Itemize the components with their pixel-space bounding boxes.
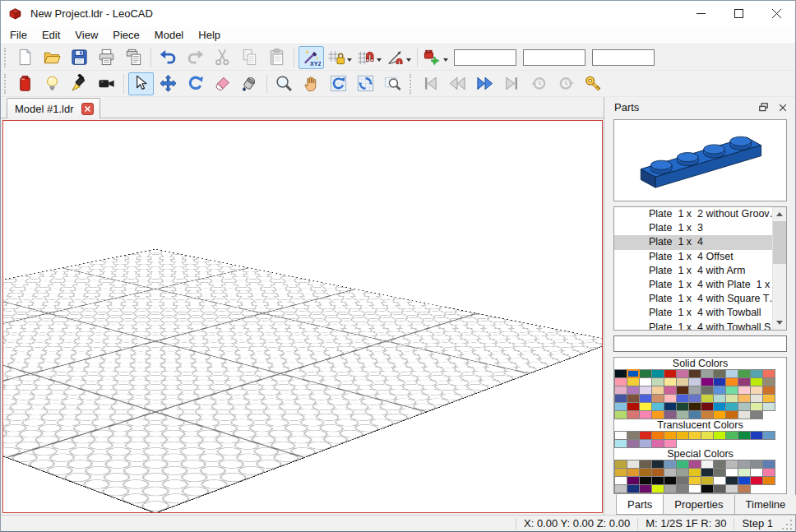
color-swatch[interactable] bbox=[750, 431, 763, 440]
zoom-button[interactable] bbox=[271, 72, 297, 95]
parts-list-item[interactable]: Plate 1 x 3 bbox=[614, 221, 786, 235]
rotate-button[interactable] bbox=[183, 72, 208, 95]
parts-search-input[interactable] bbox=[613, 335, 787, 352]
color-swatch[interactable] bbox=[713, 410, 726, 419]
show-later-button[interactable] bbox=[553, 72, 579, 95]
color-swatch[interactable] bbox=[651, 410, 664, 419]
color-swatch[interactable] bbox=[676, 484, 689, 493]
dock-tab-parts[interactable]: Parts bbox=[616, 494, 664, 515]
menu-view[interactable]: View bbox=[67, 27, 105, 43]
color-swatch[interactable] bbox=[639, 439, 652, 448]
parts-list-item[interactable]: Plate 1 x 2 without Groov… bbox=[614, 207, 786, 221]
color-swatch[interactable] bbox=[651, 484, 664, 493]
transform-input[interactable] bbox=[454, 49, 516, 66]
scroll-thumb[interactable] bbox=[773, 221, 786, 264]
color-swatch[interactable] bbox=[725, 484, 738, 493]
color-swatch[interactable] bbox=[627, 410, 640, 419]
color-swatch[interactable] bbox=[701, 410, 714, 419]
insert-piece-button[interactable] bbox=[12, 72, 38, 95]
color-swatch[interactable] bbox=[762, 431, 775, 440]
toolbar-handle[interactable] bbox=[410, 74, 414, 94]
scroll-down-button[interactable] bbox=[773, 316, 786, 330]
parts-list-item[interactable]: Plate 1 x 4 with Plate 1 x … bbox=[614, 278, 786, 292]
transform-input[interactable] bbox=[592, 49, 655, 66]
rotate-view-button[interactable] bbox=[326, 72, 351, 95]
spotlight-button[interactable] bbox=[67, 72, 92, 95]
open-file-button[interactable] bbox=[39, 46, 65, 69]
roll-button[interactable] bbox=[353, 72, 378, 95]
color-swatch[interactable] bbox=[639, 410, 652, 419]
cut-button[interactable] bbox=[210, 46, 235, 69]
menu-edit[interactable]: Edit bbox=[35, 27, 67, 43]
paste-button[interactable] bbox=[264, 46, 289, 69]
color-swatch[interactable] bbox=[664, 484, 677, 493]
pan-button[interactable] bbox=[298, 72, 324, 95]
delete-button[interactable] bbox=[210, 72, 235, 95]
dock-float-button[interactable] bbox=[756, 100, 771, 115]
snap-angle-button[interactable] bbox=[385, 46, 413, 69]
color-swatch[interactable] bbox=[676, 410, 689, 419]
color-swatch[interactable] bbox=[627, 439, 640, 448]
parts-list-item[interactable]: Plate 1 x 4 with Towball S… bbox=[614, 321, 786, 331]
color-swatch[interactable] bbox=[750, 476, 763, 485]
toolbar-handle[interactable] bbox=[4, 48, 8, 67]
close-button[interactable] bbox=[757, 1, 795, 26]
paint-button[interactable] bbox=[237, 72, 262, 95]
color-swatch[interactable] bbox=[614, 484, 627, 493]
move-button[interactable] bbox=[155, 72, 181, 95]
color-swatch[interactable] bbox=[713, 484, 726, 493]
parts-list-scrollbar[interactable] bbox=[772, 207, 786, 330]
scroll-up-button[interactable] bbox=[773, 207, 786, 221]
transform-button[interactable] bbox=[422, 46, 450, 69]
transform-input[interactable] bbox=[523, 49, 585, 66]
save-file-button[interactable] bbox=[67, 46, 92, 69]
zoom-region-button[interactable] bbox=[380, 72, 405, 95]
camera-button[interactable] bbox=[94, 72, 119, 95]
menu-help[interactable]: Help bbox=[191, 27, 228, 43]
snap-grid-button[interactable] bbox=[355, 46, 383, 69]
menu-model[interactable]: Model bbox=[147, 27, 191, 43]
snap-move-button[interactable] bbox=[326, 46, 354, 69]
show-earlier-button[interactable] bbox=[526, 72, 552, 95]
menu-file[interactable]: File bbox=[2, 27, 35, 43]
step-previous-button[interactable] bbox=[445, 72, 470, 95]
color-swatch[interactable] bbox=[762, 402, 775, 411]
select-button[interactable] bbox=[128, 72, 154, 95]
minimize-button[interactable] bbox=[682, 1, 720, 26]
color-swatch[interactable] bbox=[738, 431, 751, 440]
color-swatch[interactable] bbox=[750, 410, 763, 419]
color-swatch[interactable] bbox=[664, 410, 677, 419]
step-first-button[interactable] bbox=[418, 72, 443, 95]
part-preview[interactable] bbox=[613, 119, 787, 201]
menu-piece[interactable]: Piece bbox=[105, 27, 147, 43]
undo-button[interactable] bbox=[155, 46, 181, 69]
color-swatch[interactable] bbox=[762, 476, 775, 485]
viewport-3d[interactable] bbox=[2, 120, 603, 513]
color-swatch[interactable] bbox=[701, 484, 714, 493]
color-swatch[interactable] bbox=[713, 431, 726, 440]
copy-button[interactable] bbox=[237, 46, 262, 69]
color-swatch[interactable] bbox=[738, 410, 751, 419]
edit-keys-button[interactable] bbox=[581, 72, 606, 95]
step-next-button[interactable] bbox=[472, 72, 498, 95]
parts-list-item[interactable]: Plate 1 x 4 with Arm bbox=[614, 264, 786, 278]
color-swatch[interactable] bbox=[725, 410, 738, 419]
color-swatch[interactable] bbox=[651, 439, 664, 448]
new-file-button[interactable] bbox=[12, 46, 38, 69]
color-swatch[interactable] bbox=[614, 410, 627, 419]
step-last-button[interactable] bbox=[499, 72, 525, 95]
color-swatch[interactable] bbox=[676, 431, 689, 440]
redo-button[interactable] bbox=[183, 46, 208, 69]
color-swatch[interactable] bbox=[688, 484, 701, 493]
color-swatch[interactable] bbox=[639, 484, 652, 493]
color-swatch[interactable] bbox=[627, 484, 640, 493]
dock-tab-properties[interactable]: Properties bbox=[663, 495, 734, 515]
dock-tab-timeline[interactable]: Timeline bbox=[734, 495, 796, 515]
tab-close-button[interactable] bbox=[81, 103, 94, 115]
resize-grip[interactable] bbox=[782, 520, 794, 531]
color-swatch[interactable] bbox=[664, 439, 677, 448]
parts-list-item[interactable]: Plate 1 x 4 with Square T… bbox=[614, 292, 786, 306]
toolbar-handle[interactable] bbox=[4, 74, 8, 94]
maximize-button[interactable] bbox=[720, 1, 757, 26]
print-button[interactable] bbox=[94, 46, 119, 69]
